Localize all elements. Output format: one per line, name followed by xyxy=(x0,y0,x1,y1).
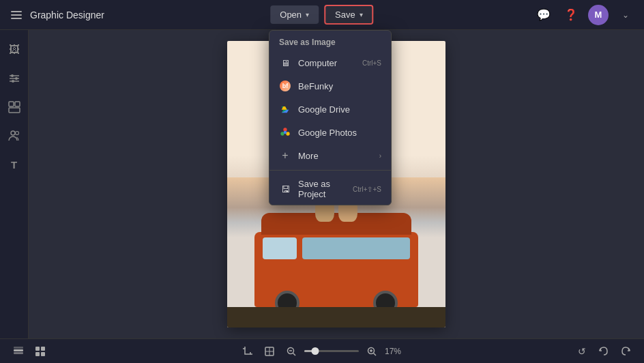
header-right: 💬 ❓ M ⌄ xyxy=(533,5,636,25)
sidebar-item-people[interactable] xyxy=(3,124,26,147)
toolbar-center: 17% xyxy=(239,343,405,360)
save-label: Save xyxy=(335,10,355,20)
save-computer-shortcut: Ctrl+S xyxy=(362,59,381,67)
app-title: Graphic Designer xyxy=(30,10,104,20)
open-label: Open xyxy=(280,10,302,20)
befunky-icon: bf xyxy=(279,80,291,92)
save-dropdown: Save as Image 🖥 Computer Ctrl+S bf BeFun… xyxy=(269,30,392,205)
save-gphotos-label: Google Photos xyxy=(298,128,381,138)
crop-icon[interactable] xyxy=(239,343,257,360)
grid-icon[interactable] xyxy=(31,343,49,360)
undo-icon[interactable] xyxy=(595,343,613,360)
save-button[interactable]: Save ▾ xyxy=(324,5,374,25)
zoom-value: 17% xyxy=(385,347,405,356)
svg-rect-10 xyxy=(9,102,14,106)
project-icon: 🖫 xyxy=(279,183,291,195)
sidebar-item-adjust[interactable] xyxy=(3,67,26,90)
expand-icon[interactable]: ⌄ xyxy=(615,5,636,25)
refresh-icon[interactable]: ↺ xyxy=(573,343,591,360)
svg-line-29 xyxy=(293,353,296,355)
layers-icon[interactable] xyxy=(10,343,27,360)
sidebar-item-image[interactable]: 🖼 xyxy=(3,38,26,61)
bottom-toolbar: 17% ↺ xyxy=(0,338,644,363)
open-chevron: ▾ xyxy=(306,11,309,18)
header: Graphic Designer Open ▾ Save ▾ 💬 ❓ M ⌄ xyxy=(0,0,644,30)
van-ground xyxy=(227,307,445,328)
svg-line-33 xyxy=(374,353,377,355)
van-window-main xyxy=(302,237,410,259)
save-computer-item[interactable]: 🖥 Computer Ctrl+S xyxy=(269,51,391,74)
toolbar-left xyxy=(10,343,49,360)
redo-icon[interactable] xyxy=(617,343,634,360)
save-more-item[interactable]: + More › xyxy=(269,144,391,167)
van-window-front xyxy=(263,237,297,259)
dropdown-header: Save as Image xyxy=(269,31,391,51)
sidebar-item-layout[interactable] xyxy=(3,96,26,119)
svg-rect-18 xyxy=(35,347,40,351)
save-chevron: ▾ xyxy=(360,11,363,18)
comment-icon[interactable]: 💬 xyxy=(533,5,554,25)
svg-point-9 xyxy=(12,80,14,83)
svg-point-5 xyxy=(11,74,14,77)
svg-point-14 xyxy=(15,132,18,135)
save-gphotos-item[interactable]: Google Photos xyxy=(269,121,391,144)
zoom-slider[interactable] xyxy=(304,350,359,352)
save-befunky-item[interactable]: bf BeFunky xyxy=(269,74,391,98)
more-arrow-icon: › xyxy=(379,152,381,160)
van-body xyxy=(254,232,418,307)
save-project-shortcut: Ctrl+⇧+S xyxy=(353,186,381,193)
gdrive-icon xyxy=(279,103,291,115)
svg-rect-12 xyxy=(9,108,20,113)
monitor-icon: 🖥 xyxy=(279,57,291,69)
svg-rect-21 xyxy=(41,352,45,356)
zoom-slider-thumb xyxy=(312,347,319,355)
svg-rect-16 xyxy=(14,352,23,354)
zoom-out-icon[interactable] xyxy=(282,343,300,360)
svg-rect-20 xyxy=(35,352,40,356)
svg-rect-11 xyxy=(15,102,20,106)
save-project-label: Save as Project xyxy=(298,179,346,199)
avatar[interactable]: M xyxy=(588,5,609,25)
save-befunky-label: BeFunky xyxy=(298,81,381,91)
menu-icon[interactable] xyxy=(8,8,25,22)
save-gdrive-item[interactable]: Google Drive xyxy=(269,98,391,121)
save-more-label: More xyxy=(298,151,372,161)
svg-rect-15 xyxy=(14,349,23,351)
svg-rect-17 xyxy=(14,347,23,349)
open-button[interactable]: Open ▾ xyxy=(270,5,319,24)
svg-rect-19 xyxy=(41,347,45,351)
resize-icon[interactable] xyxy=(261,343,278,360)
help-icon[interactable]: ❓ xyxy=(561,5,581,25)
header-center: Open ▾ Save ▾ xyxy=(270,5,373,25)
sidebar-item-text[interactable]: T xyxy=(3,153,26,176)
dropdown-divider xyxy=(269,170,391,171)
sidebar: 🖼 xyxy=(0,30,29,338)
plus-icon: + xyxy=(279,149,291,162)
zoom-in-icon[interactable] xyxy=(363,343,381,360)
save-computer-label: Computer xyxy=(298,58,355,68)
save-project-item[interactable]: 🖫 Save as Project Ctrl+⇧+S xyxy=(269,173,391,205)
gphotos-icon xyxy=(279,126,291,139)
save-gdrive-label: Google Drive xyxy=(298,104,381,115)
svg-point-7 xyxy=(15,77,18,80)
toolbar-right: ↺ xyxy=(573,343,634,360)
svg-point-3 xyxy=(284,131,287,134)
svg-point-13 xyxy=(11,131,15,135)
